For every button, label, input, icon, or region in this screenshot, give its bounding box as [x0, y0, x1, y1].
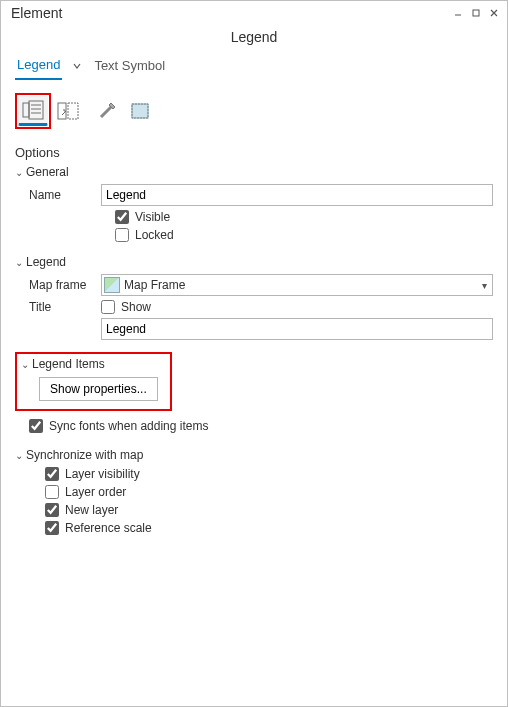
- tab-text-symbol[interactable]: Text Symbol: [92, 54, 167, 79]
- svg-rect-7: [68, 103, 78, 119]
- section-legend-items[interactable]: ⌄ Legend Items: [21, 357, 158, 373]
- locked-checkbox[interactable]: [115, 228, 129, 242]
- new-layer-label: New layer: [65, 503, 118, 517]
- mapframe-icon: [104, 277, 120, 293]
- legend-arrangement-icon[interactable]: [53, 96, 83, 126]
- svg-rect-0: [473, 10, 479, 16]
- section-legend-label: Legend: [26, 255, 66, 269]
- chevron-down-icon: ⌄: [15, 257, 25, 268]
- section-legend-items-label: Legend Items: [32, 357, 105, 371]
- section-sync-map-label: Synchronize with map: [26, 448, 143, 462]
- sync-fonts-label: Sync fonts when adding items: [49, 419, 208, 433]
- show-title-checkbox[interactable]: [101, 300, 115, 314]
- legend-options-icon[interactable]: [18, 96, 48, 126]
- visible-label: Visible: [135, 210, 170, 224]
- display-icon[interactable]: [93, 96, 123, 126]
- mapframe-value: Map Frame: [124, 278, 479, 292]
- section-general[interactable]: ⌄ General: [15, 162, 493, 182]
- layer-order-label: Layer order: [65, 485, 126, 499]
- chevron-down-icon: ⌄: [21, 359, 31, 370]
- mapframe-select[interactable]: Map Frame ▾: [101, 274, 493, 296]
- title-label: Title: [15, 300, 101, 314]
- reference-scale-checkbox[interactable]: [45, 521, 59, 535]
- panel-subtitle: Legend: [1, 25, 507, 53]
- chevron-down-icon: ⌄: [15, 450, 25, 461]
- minimize-icon[interactable]: [451, 6, 465, 20]
- svg-rect-8: [132, 104, 148, 118]
- locked-label: Locked: [135, 228, 174, 242]
- svg-rect-1: [23, 103, 29, 117]
- tab-chevron-down-icon[interactable]: [68, 60, 86, 74]
- layer-visibility-checkbox[interactable]: [45, 467, 59, 481]
- chevron-down-icon: ⌄: [15, 167, 25, 178]
- name-label: Name: [15, 188, 101, 202]
- dropdown-arrow-icon: ▾: [479, 280, 490, 291]
- restore-icon[interactable]: [469, 6, 483, 20]
- show-label: Show: [121, 300, 151, 314]
- new-layer-checkbox[interactable]: [45, 503, 59, 517]
- section-sync-map[interactable]: ⌄ Synchronize with map: [15, 445, 493, 465]
- show-properties-button[interactable]: Show properties...: [39, 377, 158, 401]
- mapframe-label: Map frame: [15, 278, 101, 292]
- placement-icon[interactable]: [125, 96, 155, 126]
- title-input[interactable]: [101, 318, 493, 340]
- section-general-label: General: [26, 165, 69, 179]
- close-icon[interactable]: [487, 6, 501, 20]
- reference-scale-label: Reference scale: [65, 521, 152, 535]
- layer-order-checkbox[interactable]: [45, 485, 59, 499]
- visible-checkbox[interactable]: [115, 210, 129, 224]
- svg-rect-2: [29, 101, 43, 119]
- layer-visibility-label: Layer visibility: [65, 467, 140, 481]
- panel-title: Element: [11, 5, 62, 21]
- tab-legend[interactable]: Legend: [15, 53, 62, 80]
- name-input[interactable]: [101, 184, 493, 206]
- options-heading: Options: [15, 145, 493, 160]
- section-legend[interactable]: ⌄ Legend: [15, 252, 493, 272]
- sync-fonts-checkbox[interactable]: [29, 419, 43, 433]
